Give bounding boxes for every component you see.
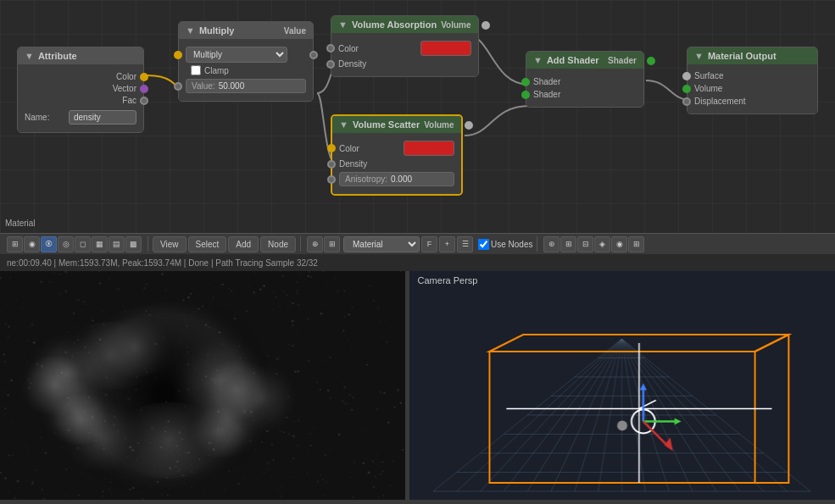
aniso-label: Anisotropy: — [345, 174, 387, 184]
vol-abs-volume-socket — [482, 21, 490, 30]
viewport-canvas — [409, 271, 835, 500]
attr-fac-socket — [140, 97, 148, 105]
mult-value-socket — [174, 82, 182, 91]
node-editor[interactable]: ▼ Attribute Color Vector Fac Name: — [0, 0, 835, 233]
vol-abs-volume-out: Volume — [441, 20, 470, 30]
attr-vector-socket — [140, 85, 148, 93]
node-add-shader: ▼ Add Shader Shader Shader Shader — [526, 51, 644, 108]
status-text: ne:00:09.40 | Mem:1593.73M, Peak:1593.74… — [7, 258, 318, 268]
add-shader-out-socket — [647, 57, 655, 65]
mode-icons: ⊞ ◉ ⦿ ◎ ◻ ▦ ▤ ▩ — [7, 236, 142, 252]
extra-btn1[interactable]: ⊛ — [543, 236, 559, 252]
vol-scatter-density-label: Density — [339, 159, 367, 169]
node-multiply: ▼ Multiply Value Multiply Add Subtract C… — [178, 21, 314, 102]
vol-scatter-volume-socket — [465, 121, 473, 130]
vol-abs-title: Volume Absorption — [352, 19, 437, 30]
f-btn[interactable]: F — [421, 236, 437, 252]
vol-scatter-color-socket — [327, 144, 336, 152]
tex-btn[interactable]: ▦ — [92, 236, 108, 252]
rendered-btn[interactable]: ▩ — [125, 236, 142, 252]
extra-btn5[interactable]: ◉ — [611, 236, 627, 252]
add-shader-out-label: Shader — [608, 56, 637, 65]
use-nodes-label: Use Nodes — [491, 240, 532, 249]
multiply-type-select[interactable]: Multiply Add Subtract — [186, 47, 287, 63]
clamp-checkbox[interactable] — [191, 65, 201, 75]
toolbar: ⊞ ◉ ⦿ ◎ ◻ ▦ ▤ ▩ View Select Add Node ⊕ ⊞… — [0, 233, 835, 254]
attr-fac-label: Fac — [122, 96, 136, 105]
node-attribute-title: Attribute — [38, 51, 77, 61]
vol-abs-density-label: Density — [338, 59, 366, 69]
attr-name-input[interactable] — [69, 110, 136, 125]
material-select[interactable]: Material — [343, 236, 420, 252]
add-shader-in2-socket — [521, 91, 530, 99]
extra-btn6[interactable]: ⊞ — [628, 236, 644, 252]
node-multiply-title: Multiply — [199, 25, 235, 36]
vol-abs-color-block[interactable] — [420, 41, 471, 56]
mat-btn[interactable]: ▤ — [109, 236, 125, 252]
attr-color-socket — [140, 73, 148, 81]
mat-displace-label: Displacement — [694, 97, 746, 106]
vol-scatter-color-block[interactable] — [404, 141, 454, 156]
vol-abs-density-socket — [326, 60, 335, 69]
select-btn[interactable]: Select — [188, 236, 227, 252]
render-panel[interactable] — [0, 271, 405, 500]
extra-btn4[interactable]: ◈ — [594, 236, 610, 252]
viewport-3d[interactable]: Camera Persp — [409, 271, 835, 500]
mat-volume-label: Volume — [694, 84, 722, 93]
vol-scatter-title: Volume Scatter — [353, 119, 420, 130]
mult-input-socket — [174, 51, 182, 59]
mat-output-title: Material Output — [708, 51, 777, 61]
mat-displace-socket — [682, 97, 691, 106]
use-nodes-checkbox[interactable] — [478, 239, 489, 250]
attr-name-label: Name: — [25, 113, 49, 122]
multiply-value-field[interactable]: Value: 50.000 — [186, 79, 306, 93]
render-canvas — [0, 271, 405, 500]
vol-scatter-aniso-field[interactable]: Anisotropy: 0.000 — [339, 172, 454, 186]
bottom-panels: Camera Persp — [0, 271, 835, 500]
vol-scatter-header: ▼ Volume Scatter Volume — [332, 116, 461, 133]
node-vol-absorption: ▼ Volume Absorption Volume Color Density — [331, 15, 479, 77]
add-shader-header: ▼ Add Shader Shader — [526, 52, 643, 69]
vol-scatter-color-label: Color — [339, 144, 359, 153]
add-shader-title: Add Shader — [547, 55, 599, 65]
node-btn[interactable]: Node — [260, 236, 296, 252]
view-type-btn[interactable]: ⊞ — [7, 236, 23, 252]
status-bar: ne:00:09.40 | Mem:1593.73M, Peak:1593.74… — [0, 254, 835, 271]
extra-icons: ⊛ ⊞ ⊟ ◈ ◉ ⊞ — [543, 236, 644, 252]
node-attribute-header: ▼ Attribute — [18, 47, 143, 64]
node-multiply-header: ▼ Multiply Value — [179, 22, 313, 39]
magnet-btn[interactable]: ⊕ — [307, 236, 323, 252]
wire-btn[interactable]: ◻ — [75, 236, 91, 252]
mat-surface-label: Surface — [694, 71, 723, 80]
multiply-value-display: 50.000 — [219, 81, 245, 91]
aniso-value: 0.000 — [391, 174, 412, 184]
view-btn[interactable]: View — [153, 236, 186, 252]
viewport-header: Camera Persp — [418, 275, 478, 285]
attr-vector-label: Vector — [113, 84, 136, 93]
add-shader-in2-label: Shader — [533, 90, 560, 99]
plus-btn[interactable]: + — [439, 236, 455, 252]
value-label: Value: — [192, 81, 215, 91]
cycles-btn[interactable]: ⦿ — [41, 236, 57, 252]
attr-color-label: Color — [116, 72, 136, 81]
extra-btn2[interactable]: ⊞ — [560, 236, 576, 252]
mat-surface-socket — [682, 72, 691, 80]
multiply-value-label: Value — [284, 26, 306, 36]
node-material-output: ▼ Material Output Surface Volume Displac… — [687, 47, 818, 114]
add-btn[interactable]: Add — [228, 236, 259, 252]
render-mode-btn[interactable]: ◉ — [24, 236, 40, 252]
solid-btn[interactable]: ◎ — [58, 236, 74, 252]
material-label: Material — [5, 219, 36, 228]
snap-icons: ⊕ ⊞ — [307, 236, 340, 252]
mat-output-header: ▼ Material Output — [687, 47, 817, 64]
vol-scatter-vol-out: Volume — [424, 120, 454, 130]
node-attribute: ▼ Attribute Color Vector Fac Name: — [17, 47, 144, 133]
vol-abs-header: ▼ Volume Absorption Volume — [331, 16, 478, 33]
node-vol-scatter: ▼ Volume Scatter Volume Color Density An… — [331, 114, 463, 196]
add-shader-in1-label: Shader — [533, 77, 560, 86]
add-shader-in1-socket — [521, 78, 530, 86]
vol-scatter-density-socket — [327, 160, 336, 169]
browse-btn[interactable]: ☰ — [457, 236, 473, 252]
snap-type-btn[interactable]: ⊞ — [324, 236, 340, 252]
extra-btn3[interactable]: ⊟ — [577, 236, 593, 252]
